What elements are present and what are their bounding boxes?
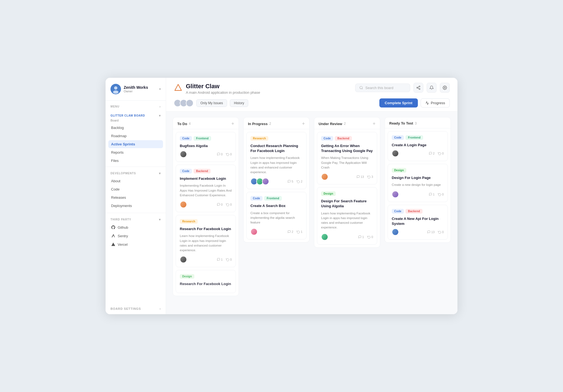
card-6[interactable]: Code Frontend Create A Search Box Create…: [246, 192, 307, 239]
sidebar-item-releases[interactable]: Releases: [108, 194, 163, 201]
column-todo-count: 4: [189, 122, 191, 126]
svg-point-4: [360, 86, 362, 89]
bell-icon: [429, 85, 434, 90]
sidebar-item-about[interactable]: About: [108, 177, 163, 185]
column-underreview-cards: Code Backend Getting An Error When Trans…: [314, 129, 380, 247]
card-1-title: Bugfixes Algolia: [180, 143, 232, 148]
card-9[interactable]: Code Frontend Create A Login Page: [388, 131, 448, 161]
card-10-cycles: 0: [438, 193, 444, 196]
sidebar-item-label: Deployments: [111, 204, 132, 208]
card-11-stats: 13 0: [427, 230, 444, 234]
card-3[interactable]: Research Research For Facebook Login Lea…: [176, 215, 236, 267]
sidebar-item-code[interactable]: Code: [108, 185, 163, 193]
workspace-name: Zenith Works: [124, 85, 156, 90]
complete-sprint-button[interactable]: Complete Sprint: [379, 98, 418, 107]
tag-code: Code: [180, 136, 192, 141]
board-section-label: GLITTER CLAW BOARD: [111, 114, 145, 117]
sidebar-item-vercel[interactable]: Vercel: [108, 240, 163, 249]
card-4[interactable]: Design Research For Facebook Login: [176, 270, 236, 293]
workspace-header[interactable]: Zenith Works Owner ▾: [106, 78, 166, 101]
card-2-tags: Code Backend: [180, 169, 232, 173]
third-party-chevron-icon[interactable]: ▾: [159, 217, 161, 222]
card-10[interactable]: Design Design For Login Page Create a ne…: [388, 164, 448, 202]
comment-icon: [357, 175, 360, 178]
column-underreview: Under Review 2 + Code Backend Getting An…: [314, 117, 380, 248]
column-underreview-add-button[interactable]: +: [372, 121, 376, 126]
card-2-footer: 0 0: [180, 201, 232, 208]
menu-expand-icon[interactable]: ›: [159, 104, 161, 109]
card-8[interactable]: Design Design For Search Feature Using A…: [317, 187, 377, 244]
card-6-tags: Code Frontend: [250, 196, 302, 201]
card-avatar: [180, 151, 187, 158]
project-desc: A main Android application in production…: [186, 90, 260, 95]
sidebar-item-files[interactable]: Files: [108, 157, 163, 165]
card-5[interactable]: Research Conduct Research Planning For F…: [246, 132, 307, 189]
vercel-icon: [111, 242, 115, 247]
card-7-stats: 13 3: [357, 175, 373, 178]
sidebar-item-reports[interactable]: Reports: [108, 148, 163, 156]
card-10-tags: Design: [392, 168, 444, 173]
svg-point-2: [113, 90, 118, 94]
card-1-cycles: 0: [226, 153, 232, 156]
card-avatar: [180, 201, 187, 208]
user-avatars[interactable]: [174, 99, 194, 107]
sidebar-item-github[interactable]: Github: [108, 223, 163, 231]
card-7[interactable]: Code Backend Getting An Error When Trans…: [317, 132, 377, 184]
column-readytotest-title: Ready To Test 3: [389, 121, 417, 125]
tag-code: Code: [321, 136, 333, 141]
settings-icon: [443, 85, 447, 90]
card-11[interactable]: Code Backend Create A New Api For Login …: [388, 205, 448, 240]
card-avatar: [250, 228, 258, 235]
card-2[interactable]: Code Backend Implement Facebook Login Im…: [176, 165, 236, 212]
card-10-avatars: [392, 191, 399, 198]
card-5-tags: Research: [250, 136, 302, 141]
developments-chevron-icon[interactable]: ▾: [159, 171, 161, 175]
history-button[interactable]: History: [230, 99, 248, 107]
card-11-avatars: [392, 228, 399, 236]
comment-icon: [429, 193, 432, 196]
column-underreview-count: 2: [344, 122, 346, 126]
sidebar-item-sentry[interactable]: Sentry: [108, 232, 163, 240]
card-11-footer: 13 0: [392, 228, 444, 236]
third-party-label: THIRD PARTY: [111, 218, 131, 221]
sidebar-item-roadmap[interactable]: Roadmap: [108, 132, 163, 140]
card-1[interactable]: Code Frontend Bugfixes Algolia: [176, 132, 236, 162]
sidebar-item-active-sprints[interactable]: Active Sprints: [108, 140, 163, 148]
notifications-button[interactable]: [427, 83, 437, 93]
sidebar-item-label: Code: [111, 187, 120, 191]
tag-code: Code: [180, 169, 192, 173]
card-8-stats: 1 0: [358, 235, 373, 239]
card-7-title: Getting An Error When Transacting Using …: [321, 143, 373, 153]
search-box[interactable]: Search this board: [355, 84, 410, 92]
card-3-footer: 1 0: [180, 256, 232, 263]
column-inprogress-add-button[interactable]: +: [302, 121, 305, 126]
comment-icon: [288, 180, 291, 183]
card-5-avatars: [250, 178, 269, 185]
progress-button[interactable]: Progress: [421, 98, 450, 107]
settings-button[interactable]: [440, 83, 450, 93]
third-party-section: THIRD PARTY ▾ Github Sentry Vercel: [106, 215, 166, 250]
only-my-issues-button[interactable]: Only My Issues: [196, 99, 227, 107]
card-1-stats: 0 0: [217, 153, 232, 156]
board-settings[interactable]: BOARD SETTINGS ›: [106, 303, 166, 314]
project-info: Glitter Claw A main Android application …: [174, 83, 260, 95]
card-11-title: Create A New Api For Login System: [392, 216, 444, 226]
progress-label: Progress: [431, 101, 445, 105]
card-1-tags: Code Frontend: [180, 136, 232, 141]
card-10-footer: 1 0: [392, 191, 444, 198]
search-icon: [359, 86, 363, 90]
card-2-cycles: 0: [226, 203, 232, 206]
header-actions: Search this board: [355, 83, 450, 93]
card-6-footer: 2 1: [250, 228, 302, 235]
card-avatar: [392, 191, 399, 198]
board-section-chevron-icon[interactable]: ▾: [159, 114, 161, 118]
comment-icon: [288, 230, 291, 233]
column-todo-add-button[interactable]: +: [231, 121, 234, 126]
card-3-stats: 1 0: [217, 258, 232, 261]
sidebar-item-deployments[interactable]: Deployments: [108, 202, 163, 210]
cycle-icon: [226, 258, 229, 261]
card-11-cycles: 0: [438, 230, 444, 234]
sidebar-item-backlog[interactable]: Backlog: [108, 124, 163, 132]
share-button[interactable]: [413, 83, 423, 93]
svg-point-1: [114, 86, 117, 90]
